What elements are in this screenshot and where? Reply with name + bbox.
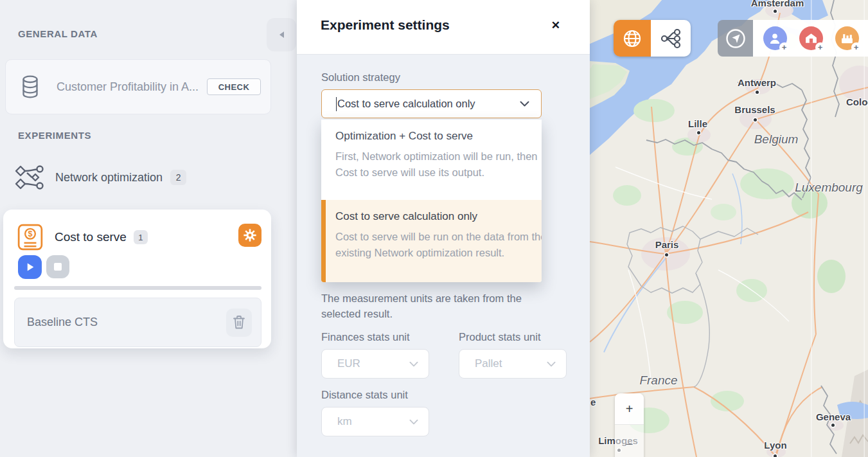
city-dot-lille xyxy=(697,131,700,134)
country-label-belgium: Belgium xyxy=(754,132,799,147)
warehouse-icon xyxy=(804,32,818,44)
option-title: Cost to serve calculation only xyxy=(335,210,527,223)
product-stats-unit-select[interactable]: Pallet xyxy=(459,349,567,379)
units-note: The measurement units are taken from the… xyxy=(321,291,559,322)
chevron-down-icon xyxy=(520,101,529,107)
map-view-connections-button[interactable] xyxy=(651,20,691,57)
city-label-geneva: Geneva xyxy=(816,411,851,422)
run-experiment-button[interactable] xyxy=(18,255,42,279)
city-label-lyon: Lyon xyxy=(764,440,786,451)
add-site-buttons: + + + xyxy=(753,20,868,57)
sidebar: GENERAL DATA Customer Profitability in A… xyxy=(0,0,297,457)
experiment-count-badge: 1 xyxy=(134,230,148,244)
experiment-label: Network optimization xyxy=(55,171,163,184)
svg-text:$: $ xyxy=(28,229,32,238)
chevron-down-icon xyxy=(547,361,556,367)
experiment-settings-button[interactable] xyxy=(238,224,261,247)
product-stats-unit-label: Product stats unit xyxy=(459,331,540,343)
option-optimization-plus-cost-to-serve[interactable]: Optimization + Cost to serve First, Netw… xyxy=(321,120,542,200)
add-factory-button[interactable]: + xyxy=(835,26,859,50)
cost-to-serve-icon: $ xyxy=(17,224,43,251)
city-dot-antwerp xyxy=(756,91,759,94)
country-label-france: France xyxy=(639,373,677,388)
map-view-toolbar xyxy=(614,20,691,57)
map-container: Amsterdam Antwerp Brussels Lille Paris L… xyxy=(590,0,868,457)
city-label-cologne: Cologne xyxy=(846,96,868,107)
option-title: Optimization + Cost to serve xyxy=(335,130,527,143)
stop-icon xyxy=(54,263,62,271)
city-label-amsterdam: Amsterdam xyxy=(751,0,804,8)
navigation-arrow-icon xyxy=(723,26,748,51)
chevron-down-icon xyxy=(409,419,418,425)
cost-to-serve-card: $ Cost to serve 1 xyxy=(3,210,271,348)
experiment-label: Cost to serve xyxy=(55,230,127,244)
trash-icon xyxy=(232,314,246,330)
globe-icon xyxy=(622,28,642,49)
experiment-count-badge: 2 xyxy=(170,170,186,185)
general-data-heading: GENERAL DATA xyxy=(18,28,98,39)
distance-stats-unit-label: Distance stats unit xyxy=(321,389,408,401)
factory-icon xyxy=(840,33,854,44)
solution-strategy-value: Cost to serve calculation only xyxy=(337,98,520,110)
scenario-name: Customer Profitability in A... xyxy=(57,80,207,94)
experiment-settings-panel: Experiment settings ✕ Solution strategy … xyxy=(297,0,590,457)
panel-header: Experiment settings ✕ xyxy=(297,0,590,55)
city-dot-geneva xyxy=(831,424,835,427)
product-stats-unit-value: Pallet xyxy=(475,357,547,370)
option-description: Cost to serve will be run on the data fr… xyxy=(335,229,542,261)
cost-to-serve-header[interactable]: $ Cost to serve 1 xyxy=(17,224,148,251)
zoom-out-button[interactable]: − xyxy=(615,425,644,457)
experiment-progress-bar xyxy=(14,286,261,290)
add-dc-button[interactable]: + xyxy=(799,26,823,50)
close-panel-button[interactable]: ✕ xyxy=(551,19,560,32)
city-dot-lyon xyxy=(774,454,777,457)
play-icon xyxy=(25,262,35,272)
city-dot-amsterdam xyxy=(774,10,777,13)
map-view-globe-button[interactable] xyxy=(614,20,651,57)
plus-icon: + xyxy=(779,42,790,53)
city-label-brussels: Brussels xyxy=(734,104,775,115)
option-cost-to-serve-only[interactable]: Cost to serve calculation only Cost to s… xyxy=(321,200,542,282)
delete-result-button[interactable] xyxy=(226,309,252,337)
stop-experiment-button[interactable] xyxy=(46,255,69,278)
database-icon xyxy=(21,75,39,98)
solution-strategy-label: Solution strategy xyxy=(321,71,400,84)
person-icon xyxy=(768,32,781,45)
solution-strategy-dropdown: Optimization + Cost to serve First, Netw… xyxy=(321,120,542,282)
city-label-antwerp: Antwerp xyxy=(738,77,776,88)
option-description: First, Network optimization will be run,… xyxy=(335,148,542,181)
map-edit-toolbar: + + + xyxy=(718,20,868,57)
zoom-in-button[interactable]: + xyxy=(615,393,644,424)
add-customer-button[interactable]: + xyxy=(763,26,787,50)
result-item-baseline-cts[interactable]: Baseline CTS xyxy=(14,298,261,347)
finances-stats-unit-value: EUR xyxy=(337,357,409,370)
map-navigation-button[interactable] xyxy=(718,20,753,57)
city-label-edge-fragment: e xyxy=(590,397,596,408)
city-dot-brussels xyxy=(754,118,757,121)
chevron-down-icon xyxy=(409,361,418,367)
app-root: GENERAL DATA Customer Profitability in A… xyxy=(0,0,868,457)
distance-stats-unit-select[interactable]: km xyxy=(321,407,429,436)
gear-icon xyxy=(243,228,257,242)
sidebar-collapse-button[interactable] xyxy=(267,18,296,51)
solution-strategy-select[interactable]: Cost to serve calculation only xyxy=(321,89,542,118)
map-zoom-control: + − xyxy=(615,393,644,457)
distance-stats-unit-value: km xyxy=(337,415,409,428)
chevron-left-icon xyxy=(279,31,285,39)
text-cursor xyxy=(336,97,337,111)
experiment-network-optimization[interactable]: Network optimization 2 xyxy=(14,164,186,191)
finances-stats-unit-label: Finances stats unit xyxy=(321,331,410,343)
city-dot-paris xyxy=(665,253,668,256)
check-button[interactable]: CHECK xyxy=(207,78,261,95)
plus-icon: + xyxy=(851,42,862,53)
panel-title: Experiment settings xyxy=(321,17,450,33)
experiments-heading: EXPERIMENTS xyxy=(18,130,91,141)
network-optimization-icon xyxy=(14,164,44,191)
share-network-icon xyxy=(660,28,682,49)
map-canvas[interactable] xyxy=(590,0,868,457)
plus-icon: + xyxy=(815,42,826,53)
scenario-data-item[interactable]: Customer Profitability in A... CHECK xyxy=(5,59,271,114)
country-label-luxembourg: Luxembourg xyxy=(795,181,863,195)
finances-stats-unit-select[interactable]: EUR xyxy=(321,349,429,379)
city-label-paris: Paris xyxy=(655,239,679,250)
